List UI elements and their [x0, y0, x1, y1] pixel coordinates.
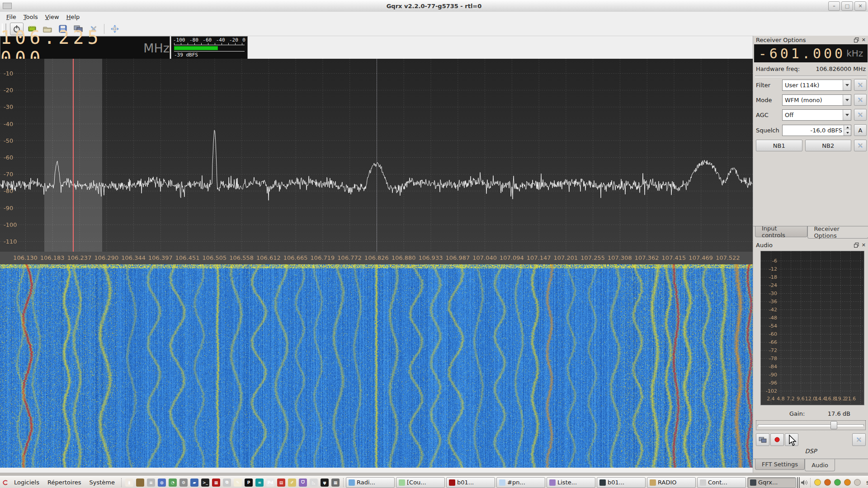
slider-handle[interactable] — [830, 421, 837, 429]
meter-scale-ticks — [174, 43, 245, 45]
agc-combobox[interactable]: Off — [782, 109, 851, 121]
audio-spectrum-plot[interactable]: -6-12-18-24-30-36-42-48-54-60-66-72-78-8… — [760, 251, 864, 405]
chat-smiley-icon[interactable] — [813, 478, 822, 487]
taskbar-menu-système[interactable]: Système — [85, 479, 119, 486]
meter-level-bar — [174, 46, 218, 50]
archive-icon: ≡ — [147, 479, 155, 487]
calculator-icon[interactable]: ▦ — [330, 478, 341, 488]
dock-close-icon[interactable]: ✕ — [862, 242, 866, 248]
frequency-display[interactable]: 106.225 000 MHz — [0, 36, 170, 60]
task-button-radi[interactable]: Radi... — [346, 477, 395, 488]
archive-icon[interactable]: ≡ — [146, 478, 156, 488]
shield-icon[interactable]: ▰ — [189, 478, 200, 488]
task-button-b01[interactable]: b01... — [446, 477, 495, 488]
debian-menu-icon[interactable] — [2, 478, 9, 487]
package-plug-icon[interactable] — [853, 478, 862, 487]
taskbar-menu-logiciels[interactable]: Logiciels — [10, 479, 43, 486]
receiver-options-header[interactable]: Receiver Options ✕ — [754, 36, 868, 44]
float-icon[interactable] — [854, 38, 859, 42]
task-button-pn[interactable]: #pn... — [496, 477, 545, 488]
clipboard-p-icon[interactable] — [843, 478, 852, 487]
pidgin-icon[interactable]: ᗜ — [297, 478, 308, 488]
menu-view[interactable]: View — [42, 13, 63, 21]
maximize-button[interactable]: □ — [841, 1, 853, 11]
globe-icon[interactable]: ◔ — [167, 478, 178, 488]
agc-label: AGC — [756, 112, 779, 118]
filter-combobox[interactable]: User (114k) — [782, 80, 851, 91]
audio-record-button[interactable] — [770, 433, 784, 446]
folder-icon[interactable] — [135, 478, 146, 488]
gears-icon[interactable]: ⚙ — [178, 478, 189, 488]
display-green-icon[interactable] — [833, 478, 842, 487]
gain-slider[interactable] — [756, 420, 866, 430]
package-icon[interactable]: ▤ — [276, 478, 287, 488]
float-icon[interactable] — [854, 243, 859, 248]
spectrum-y-tick: -60 — [4, 154, 13, 161]
antenna-icon[interactable]: ψ — [319, 478, 330, 488]
offset-frequency-display[interactable]: -601.000 kHz — [754, 44, 868, 62]
terminal-icon[interactable]: ▮ — [124, 478, 135, 488]
spectrum-x-tick: 106.397 — [148, 254, 173, 261]
infinity-teal-icon[interactable]: ∞ — [254, 478, 265, 488]
filter-options-button[interactable] — [854, 79, 867, 91]
squelch-up-icon[interactable] — [844, 125, 851, 131]
terminal-dark-icon[interactable]: >_ — [200, 478, 211, 488]
nb-options-button[interactable] — [854, 140, 867, 151]
spectrum-y-tick: -50 — [4, 137, 13, 144]
pd-doc-icon[interactable]: Pd — [265, 478, 276, 488]
taskbar-menu-répertoires[interactable]: Répertoires — [43, 479, 85, 486]
menu-file[interactable]: File — [3, 13, 20, 21]
squelch-auto-button[interactable]: A — [854, 124, 867, 136]
pidgin-icon: ᗜ — [299, 479, 307, 487]
audio-stream-button[interactable] — [756, 433, 769, 446]
web-browser-icon[interactable]: ◍ — [156, 478, 167, 488]
mode-combobox[interactable]: WFM (mono) — [782, 94, 851, 106]
task-button-b01[interactable]: b01... — [597, 477, 646, 488]
squelch-spinbox[interactable]: -16,0 dBFS — [782, 125, 851, 136]
slider-groove[interactable] — [758, 424, 864, 427]
chevron-down-icon[interactable] — [843, 95, 851, 105]
nb2-button[interactable]: NB2 — [805, 140, 852, 151]
waterfall-thumbnail[interactable] — [797, 477, 798, 488]
menu-tools[interactable]: Tools — [20, 13, 42, 21]
notes-icon[interactable]: ✎ — [232, 478, 243, 488]
title-bar[interactable]: Gqrx v2.2.0-77-g5735 - rtl=0 – □ ✕ — [0, 0, 868, 12]
grid-red-icon[interactable]: ▦ — [211, 478, 222, 488]
mode-options-button[interactable] — [854, 94, 867, 106]
audio-header[interactable]: Audio ✕ — [754, 241, 868, 249]
offset-digits[interactable]: -601.000 — [759, 46, 846, 61]
nb1-button[interactable]: NB1 — [756, 140, 802, 151]
chevron-down-icon[interactable] — [843, 80, 851, 90]
minimize-button[interactable]: – — [828, 1, 840, 11]
task-button-liste[interactable]: Liste... — [547, 477, 595, 488]
squelch-value[interactable]: -16,0 dBFS — [783, 127, 844, 134]
p-black-icon[interactable]: P — [243, 478, 254, 488]
speaker-icon[interactable] — [801, 478, 808, 487]
audio-options-button[interactable] — [852, 433, 866, 446]
tab-fft-settings[interactable]: FFT Settings — [755, 459, 805, 470]
squelch-down-icon[interactable] — [844, 130, 851, 136]
spectrum-plot[interactable]: -10-20-30-40-50-60-70-80-90-100-110 — [0, 59, 753, 252]
tab-receiver-options[interactable]: Receiver Options — [807, 226, 868, 239]
screen-ruler-icon[interactable]: ◺ — [308, 478, 319, 488]
agc-options-button[interactable] — [854, 109, 867, 121]
menu-help[interactable]: Help — [63, 13, 84, 21]
spectrum-x-tick: 106.183 — [40, 254, 65, 261]
pen-icon[interactable]: ✐ — [287, 478, 297, 488]
task-button-gqrx[interactable]: Gqrx... — [747, 477, 796, 488]
task-button-cou[interactable]: [Cou... — [396, 477, 445, 488]
clock[interactable]: sam. 1 févr., 01:16 — [863, 479, 868, 486]
close-button[interactable]: ✕ — [854, 1, 866, 11]
tuned-frequency-marker[interactable] — [73, 59, 74, 252]
task-button-radio[interactable]: RADIO — [647, 477, 696, 488]
tab-audio[interactable]: Audio — [805, 459, 835, 471]
waterfall-display[interactable] — [0, 264, 753, 468]
audio-meter-widget[interactable] — [799, 477, 800, 488]
dock-close-icon[interactable]: ✕ — [862, 37, 866, 43]
audio-y-tick: -96 — [761, 380, 777, 386]
tab-input-controls[interactable]: Input controls — [755, 226, 807, 237]
voip-icon[interactable] — [823, 478, 832, 487]
window-switch-icon[interactable]: ⧉ — [222, 478, 232, 488]
task-button-cont[interactable]: Cont... — [697, 477, 746, 488]
chevron-down-icon[interactable] — [843, 110, 851, 120]
